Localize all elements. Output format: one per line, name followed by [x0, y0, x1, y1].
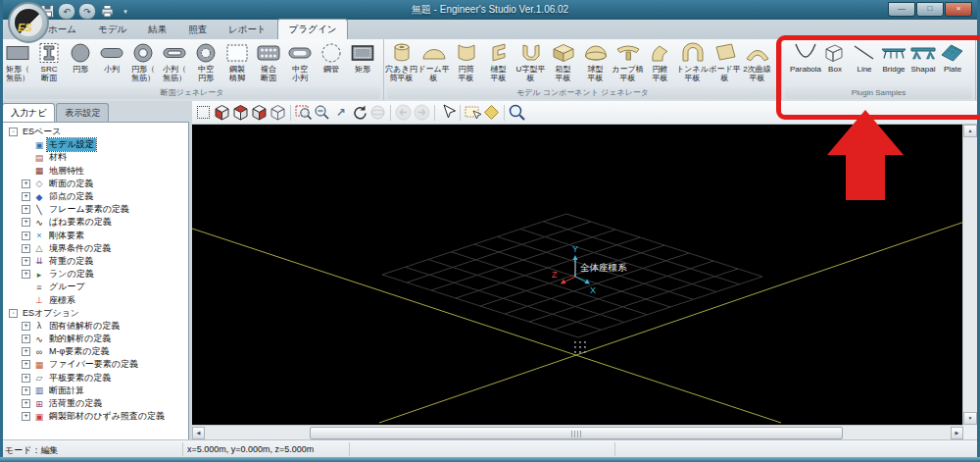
- tree-item-5[interactable]: +◆節点の定義: [3, 190, 188, 203]
- tree-item-18[interactable]: +▦ファイバー要素の定義: [3, 358, 188, 371]
- tree-expander-icon[interactable]: +: [22, 360, 30, 369]
- ribbon-item-1-2[interactable]: 円筒 平板: [450, 40, 482, 85]
- print-icon[interactable]: [99, 4, 115, 19]
- sidebar-tab-0[interactable]: 入力ナビ: [2, 103, 55, 122]
- tree-expander-icon[interactable]: +: [22, 334, 30, 343]
- ribbon-item-0-2[interactable]: 円形: [65, 40, 96, 85]
- undo-icon[interactable]: ↶: [58, 3, 75, 20]
- view-cube-wire-icon[interactable]: [269, 103, 287, 122]
- redo-icon[interactable]: ↷: [78, 3, 96, 20]
- tree-item-4[interactable]: +◇断面の定義: [3, 178, 188, 190]
- tree-item-11[interactable]: +▸ランの定義: [3, 268, 188, 281]
- tree-item-9[interactable]: +△境界条件の定義: [3, 242, 188, 255]
- ribbon-item-0-11[interactable]: 矩形: [347, 40, 378, 85]
- tree-item-7[interactable]: +∿ばね要素の定義: [3, 216, 188, 229]
- ribbon-item-1-5[interactable]: 箱型 平板: [547, 40, 579, 85]
- ribbon-item-0-10[interactable]: 鋼管: [316, 40, 347, 85]
- select-cursor-icon[interactable]: [438, 103, 457, 122]
- horizontal-scrollbar[interactable]: ◀ ▶: [192, 425, 963, 440]
- tree-expander-icon[interactable]: -: [9, 309, 18, 318]
- view-cube-right-icon[interactable]: [250, 103, 269, 122]
- ribbon-item-0-0[interactable]: 矩形（ 無筋）: [2, 40, 33, 85]
- ribbon-item-1-3[interactable]: 樋型 平板: [482, 40, 514, 85]
- ribbon-item-0-8[interactable]: 複合 断面: [253, 40, 284, 85]
- tree-item-19[interactable]: +▱平板要素の定義: [3, 372, 188, 385]
- pan-arrow-icon[interactable]: ↗: [331, 103, 350, 122]
- search-icon[interactable]: [508, 103, 526, 122]
- vertical-scrollbar[interactable]: ▲ ▼: [962, 125, 977, 425]
- ribbon-item-0-4[interactable]: 円形（ 無筋）: [127, 40, 159, 85]
- tree-expander-icon[interactable]: +: [22, 244, 30, 253]
- horizontal-scroll-thumb[interactable]: [310, 427, 843, 439]
- tree-expander-icon[interactable]: +: [22, 231, 30, 240]
- tree-expander-icon[interactable]: +: [22, 347, 30, 356]
- tree-item-12[interactable]: ≡グループ: [3, 281, 188, 293]
- ribbon-item-1-6[interactable]: 球型 平板: [579, 40, 612, 85]
- tree-item-3[interactable]: ▦地層特性: [3, 165, 188, 178]
- tree-expander-icon[interactable]: +: [22, 412, 30, 421]
- tree-expander-icon[interactable]: +: [22, 322, 30, 331]
- ribbon-item-0-5[interactable]: 小判（ 無筋）: [159, 40, 190, 85]
- ribbon-item-1-9[interactable]: トンネル 平板: [676, 40, 709, 85]
- maximize-button[interactable]: □: [916, 2, 944, 17]
- ribbon-item-2-0[interactable]: Parabola: [791, 40, 820, 85]
- tree-item-20[interactable]: +▥断面計算: [3, 385, 188, 397]
- tree-item-16[interactable]: +∿動的解析の定義: [3, 333, 188, 345]
- ribbon-item-0-9[interactable]: 中空 小判: [284, 40, 316, 85]
- ribbon-tab-3[interactable]: 照査: [177, 20, 218, 39]
- tree-item-8[interactable]: +×剛体要素: [3, 230, 188, 242]
- ribbon-item-1-8[interactable]: 円錐 平板: [644, 40, 676, 85]
- ribbon-item-1-0[interactable]: 穴あき円 筒平板: [385, 40, 417, 85]
- marquee-dots-icon[interactable]: [194, 103, 213, 122]
- tree-item-21[interactable]: +⊞活荷重の定義: [3, 397, 188, 410]
- view-cube-left-icon[interactable]: [213, 103, 231, 122]
- tree-expander-icon[interactable]: +: [22, 205, 30, 214]
- ribbon-item-0-7[interactable]: 鋼製 橋脚: [221, 40, 253, 85]
- scroll-up-arrow-icon[interactable]: ▲: [963, 125, 977, 137]
- tree-item-10[interactable]: +⇊荷重の定義: [3, 255, 188, 268]
- view-cube-top-icon[interactable]: [231, 103, 250, 122]
- tree-expander-icon[interactable]: +: [22, 270, 30, 279]
- scroll-right-arrow-icon[interactable]: ▶: [951, 427, 963, 439]
- box-select-icon[interactable]: [464, 103, 482, 122]
- 3d-canvas[interactable]: YXZ全体座標系: [192, 125, 963, 425]
- tree-expander-icon[interactable]: +: [22, 192, 30, 201]
- ribbon-item-2-1[interactable]: Box: [820, 40, 850, 85]
- rotate-view-icon[interactable]: [350, 103, 368, 122]
- scroll-left-arrow-icon[interactable]: ◀: [192, 427, 205, 439]
- tree-expander-icon[interactable]: +: [22, 218, 30, 227]
- ribbon-item-1-4[interactable]: U字型平 板: [514, 40, 547, 85]
- tree-expander-icon[interactable]: +: [22, 257, 30, 266]
- tree-item-6[interactable]: +╲フレーム要素の定義: [3, 203, 188, 216]
- zoom-out-icon[interactable]: [313, 103, 331, 122]
- ribbon-tab-5[interactable]: プラグイン: [277, 19, 349, 39]
- tree-item-22[interactable]: +▣鋼製部材のひずみ照査の定義: [3, 410, 188, 423]
- ribbon-item-1-11[interactable]: 2次曲線 平板: [741, 40, 773, 85]
- ribbon-tab-2[interactable]: 結果: [137, 20, 177, 39]
- ribbon-item-2-4[interactable]: Shapai: [908, 40, 938, 85]
- sidebar-tab-1[interactable]: 表示設定: [56, 103, 109, 122]
- tree-item-14[interactable]: -ESオプション: [3, 307, 188, 320]
- minimize-button[interactable]: —: [888, 2, 915, 17]
- tree-expander-icon[interactable]: +: [22, 180, 30, 188]
- tree-expander-icon[interactable]: +: [22, 374, 30, 383]
- ribbon-item-1-7[interactable]: カーブ橋 平板: [612, 40, 644, 85]
- tree-item-2[interactable]: ▤材料: [3, 151, 188, 164]
- ribbon-item-2-3[interactable]: Bridge: [879, 40, 908, 85]
- tree-item-15[interactable]: +λ固有値解析の定義: [3, 320, 188, 333]
- ribbon-tab-1[interactable]: モデル: [87, 20, 137, 39]
- ribbon-item-2-2[interactable]: Line: [850, 40, 879, 85]
- ribbon-item-0-6[interactable]: 中空 円形: [190, 40, 221, 85]
- ribbon-tab-4[interactable]: レポート: [218, 20, 277, 39]
- tree-expander-icon[interactable]: +: [22, 399, 30, 408]
- ribbon-item-2-5[interactable]: Plate: [938, 40, 967, 85]
- scroll-down-arrow-icon[interactable]: ▼: [963, 412, 977, 425]
- ribbon-item-1-10[interactable]: ボード平 板: [709, 40, 741, 85]
- ribbon-item-0-1[interactable]: SRC 断面: [33, 40, 65, 85]
- tree-expander-icon[interactable]: +: [22, 386, 30, 395]
- ribbon-item-0-3[interactable]: 小判: [96, 40, 127, 85]
- tree-item-17[interactable]: +∞M-φ要素の定義: [3, 345, 188, 358]
- menu-arrow-icon[interactable]: ▾: [118, 4, 133, 19]
- close-button[interactable]: ×: [945, 2, 972, 17]
- title-bar[interactable]: 無題 - Engineer's Studio Ver.1.06.02 —□×: [0, 0, 980, 20]
